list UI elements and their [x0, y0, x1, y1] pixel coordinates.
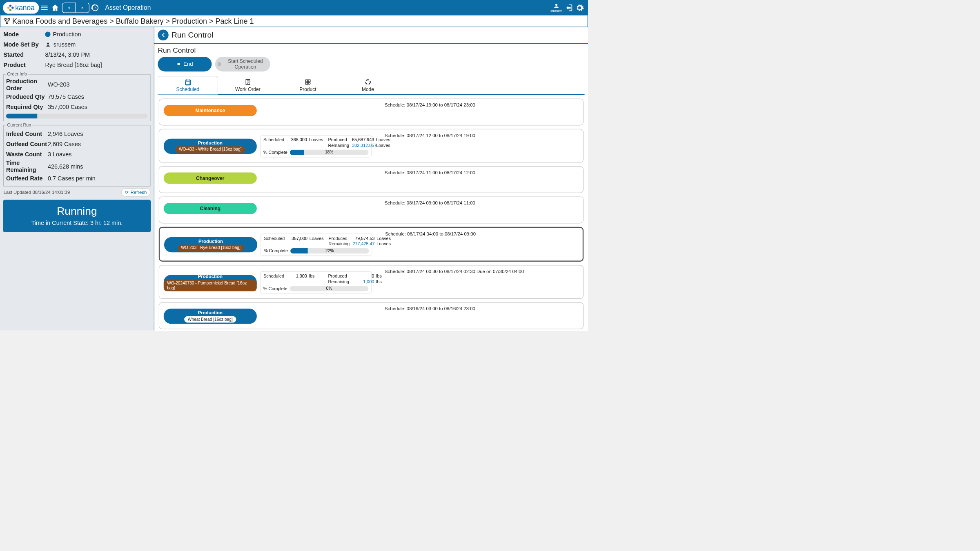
timerem-label: Time Remaining	[6, 160, 48, 173]
waste-value: 3 Loaves	[48, 151, 71, 158]
product-icon	[305, 79, 312, 86]
current-run-group: Current Run Infeed Count2,946 Loaves Out…	[3, 123, 150, 187]
schedule-list[interactable]: Schedule: 08/17/24 19:00 to 08/17/24 23:…	[154, 95, 588, 331]
schedule-card[interactable]: Schedule: 08/17/24 12:00 to 08/17/24 19:…	[159, 129, 584, 163]
reqqty-value: 357,000 Cases	[48, 104, 87, 111]
user-name: srussem	[550, 9, 562, 13]
schedule-card[interactable]: Schedule: 08/17/24 04:00 to 08/17/24 09:…	[159, 227, 584, 262]
set-by-label: Mode Set By	[3, 41, 45, 48]
menu-icon[interactable]	[40, 3, 49, 12]
schedule-text: Schedule: 08/17/24 12:00 to 08/17/24 19:…	[385, 133, 579, 138]
run-control-panel: Run Control Run Control End Start Schedu…	[154, 27, 588, 331]
schedule-card[interactable]: Schedule: 08/17/24 11:00 to 08/17/24 12:…	[159, 166, 584, 193]
tab-product[interactable]: Product	[278, 76, 338, 94]
schedule-card[interactable]: Schedule: 08/16/24 03:00 to 08/16/24 23:…	[159, 302, 584, 329]
schedule-text: Schedule: 08/16/24 03:00 to 08/16/24 23:…	[385, 307, 579, 312]
schedule-text: Schedule: 08/17/24 19:00 to 08/17/24 23:…	[385, 102, 579, 108]
mode-icon	[365, 79, 372, 86]
stop-icon	[176, 62, 181, 67]
stats-box: Scheduled1,000lbs Produced0lbs Remaining…	[260, 271, 372, 293]
refresh-button[interactable]: ⟳Refresh	[121, 188, 150, 196]
refresh-icon: ⟳	[125, 189, 129, 195]
production-pill: ProductionWO-20240730 - Pumpernickel Bre…	[164, 275, 257, 290]
svg-point-6	[365, 80, 370, 84]
user-menu[interactable]: srussem	[550, 3, 562, 13]
current-run-legend: Current Run	[6, 123, 32, 128]
panel-title: Run Control	[158, 46, 584, 54]
schedule-text: Schedule: 08/17/24 04:00 to 08/17/24 09:…	[385, 231, 578, 237]
po-value: WO-203	[48, 81, 70, 88]
back-button[interactable]	[158, 30, 168, 40]
mode-value: Production	[53, 31, 81, 38]
stats-box: Scheduled357,000Loaves Produced79,574.53…	[261, 234, 372, 256]
outrate-value: 0.7 Cases per min	[48, 175, 96, 182]
mode-label: Mode	[3, 31, 45, 38]
tab-mode[interactable]: Mode	[338, 76, 398, 94]
started-label: Started	[3, 51, 45, 58]
svg-rect-3	[308, 80, 310, 82]
tab-scheduled[interactable]: Scheduled	[158, 76, 218, 95]
production-pill: ProductionWheat Bread [16oz bag]	[164, 309, 257, 324]
set-by-value: srussem	[53, 41, 76, 48]
schedule-text: Schedule: 08/17/24 09:00 to 08/17/24 11:…	[385, 200, 579, 206]
reqqty-label: Required Qty	[6, 104, 48, 111]
history-icon[interactable]	[91, 3, 100, 12]
mode-pill: Changeover	[164, 173, 257, 184]
waste-label: Waste Count	[6, 151, 48, 158]
infeed-value: 2,946 Loaves	[48, 131, 83, 138]
mode-pill: Maintenance	[164, 105, 257, 116]
schedule-card[interactable]: Schedule: 08/17/24 00:30 to 08/17/24 02:…	[159, 265, 584, 299]
info-panel: ModeProduction Mode Set Bysrussem Starte…	[0, 27, 154, 331]
logo[interactable]: kanoa	[3, 2, 39, 14]
svg-rect-2	[305, 80, 307, 82]
production-pill: ProductionWO-403 - White Bread [16oz bag…	[164, 139, 257, 154]
product-value: Rye Bread [16oz bag]	[45, 62, 102, 69]
schedule-text: Schedule: 08/17/24 00:30 to 08/17/24 02:…	[385, 269, 579, 274]
order-info-legend: Order Info	[6, 72, 28, 77]
outrate-label: Outfeed Rate	[6, 175, 48, 182]
po-label: Production Order	[6, 78, 48, 92]
breadcrumb: Kanoa Foods and Beverages > Buffalo Bake…	[0, 16, 588, 27]
order-info-group: Order Info Production OrderWO-203 Produc…	[3, 72, 150, 121]
state-box: Running Time in Current State: 3 hr. 12 …	[3, 200, 151, 232]
product-label: Product	[3, 62, 45, 69]
panel-header: Run Control	[172, 31, 213, 40]
svg-rect-0	[178, 63, 180, 65]
breadcrumb-text: Kanoa Foods and Beverages > Buffalo Bake…	[12, 17, 254, 25]
document-icon	[245, 79, 252, 86]
svg-rect-4	[305, 82, 307, 84]
tab-work-order[interactable]: Work Order	[218, 76, 278, 94]
home-icon[interactable]	[51, 3, 60, 12]
end-button[interactable]: End	[158, 57, 212, 71]
topbar: kanoa Asset Operation srussem	[0, 0, 588, 16]
nav-forward-button[interactable]	[76, 2, 90, 13]
logout-icon[interactable]	[564, 3, 573, 12]
prodqty-value: 79,575 Cases	[48, 93, 84, 100]
prodqty-label: Produced Qty	[6, 93, 48, 100]
mode-pill: Cleaning	[164, 203, 257, 214]
started-value: 8/13/24, 3:09 PM	[45, 51, 90, 58]
user-icon	[45, 42, 51, 47]
state-time: Time in Current State: 3 hr. 12 min.	[5, 220, 148, 227]
nav-back-button[interactable]	[62, 2, 76, 13]
start-scheduled-button[interactable]: Start Scheduled Operation	[215, 57, 270, 71]
page-title: Asset Operation	[105, 4, 151, 12]
stats-box: Scheduled368,000Loaves Produced65,687.94…	[260, 136, 372, 158]
order-progress-bar	[6, 113, 148, 118]
outfeed-value: 2,609 Cases	[48, 141, 81, 148]
settings-icon[interactable]	[575, 3, 584, 12]
calendar-icon	[185, 79, 192, 86]
mode-status-dot	[45, 31, 50, 37]
timerem-value: 426,628 mins	[48, 163, 83, 170]
state-value: Running	[5, 205, 148, 217]
nav-buttons	[62, 2, 89, 13]
production-pill: ProductionWO-203 - Rye Bread [16oz bag]	[164, 237, 257, 252]
svg-point-5	[308, 82, 310, 84]
hierarchy-icon	[4, 18, 11, 24]
schedule-card[interactable]: Schedule: 08/17/24 19:00 to 08/17/24 23:…	[159, 99, 584, 126]
infeed-label: Infeed Count	[6, 131, 48, 138]
outfeed-label: Outfeed Count	[6, 141, 48, 148]
schedule-card[interactable]: Schedule: 08/17/24 09:00 to 08/17/24 11:…	[159, 197, 584, 224]
dot-icon	[218, 62, 221, 67]
tabs: Scheduled Work Order Product Mode	[158, 76, 584, 95]
